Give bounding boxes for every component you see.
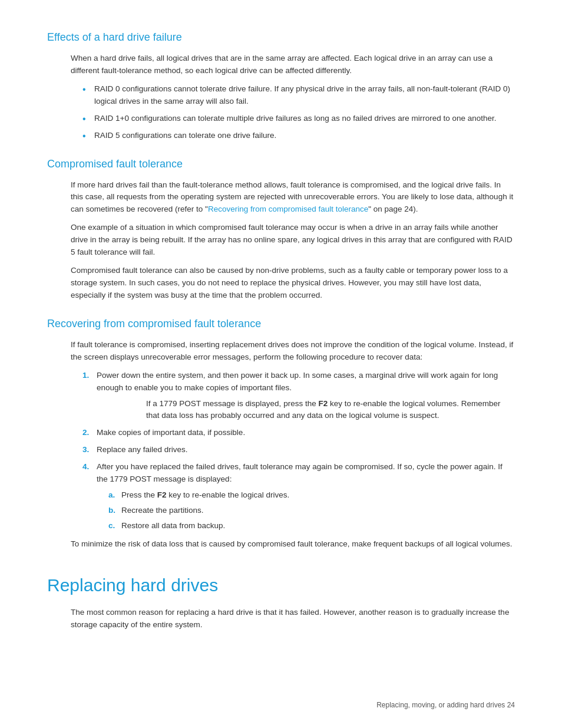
footer-text: Replacing, moving, or adding hard drives… — [376, 701, 515, 709]
compromised-heading: Compromised fault tolerance — [47, 156, 515, 172]
replacing-heading: Replacing hard drives — [47, 572, 515, 598]
page: Effects of a hard drive failure When a h… — [0, 0, 562, 728]
step4a-bold: F2 — [157, 490, 167, 499]
step1-text: Power down the entire system, and then p… — [97, 371, 498, 392]
step1-sub: If a 1779 POST message is displayed, pre… — [146, 398, 515, 423]
compromised-para2: One example of a situation in which comp… — [71, 222, 515, 259]
recovering-step-4: After you have replaced the failed drive… — [82, 461, 515, 532]
step4-text: After you have replaced the failed drive… — [97, 462, 503, 483]
recovering-conclusion: To minimize the risk of data loss that i… — [71, 538, 515, 551]
recovering-heading: Recovering from compromised fault tolera… — [47, 316, 515, 332]
compromised-para1-after: " on page 24). — [368, 205, 418, 213]
compromised-para3: Compromised fault tolerance can also be … — [71, 265, 515, 302]
replacing-intro: The most common reason for replacing a h… — [71, 607, 515, 631]
recovering-step-3: Replace any failed drives. — [82, 444, 515, 456]
effects-bullet-2: RAID 1+0 configurations can tolerate mul… — [82, 113, 515, 125]
step4c: Restore all data from backup. — [108, 520, 515, 532]
step4a-after: key to re-enable the logical drives. — [167, 490, 290, 499]
step1-sub-bold: F2 — [318, 399, 328, 408]
recovering-step-2: Make copies of important data, if possib… — [82, 427, 515, 439]
effects-bullet-list: RAID 0 configurations cannot tolerate dr… — [82, 83, 515, 142]
compromised-para1: If more hard drives fail than the fault-… — [71, 179, 515, 216]
recovering-step-1: Power down the entire system, and then p… — [82, 370, 515, 423]
effects-heading: Effects of a hard drive failure — [47, 29, 515, 45]
recovering-steps-list: Power down the entire system, and then p… — [82, 370, 515, 532]
step4a-before: Press the — [121, 490, 157, 499]
compromised-fault-tolerance-link[interactable]: Recovering from compromised fault tolera… — [208, 205, 368, 213]
effects-intro: When a hard drive fails, all logical dri… — [71, 52, 515, 77]
step4a: Press the F2 key to re-enable the logica… — [108, 489, 515, 502]
recovering-intro: If fault tolerance is compromised, inser… — [71, 339, 515, 364]
effects-bullet-1: RAID 0 configurations cannot tolerate dr… — [82, 83, 515, 108]
footer: Replacing, moving, or adding hard drives… — [376, 700, 515, 710]
effects-bullet-3: RAID 5 configurations can tolerate one d… — [82, 130, 515, 142]
step1-sub-before: If a 1779 POST message is displayed, pre… — [146, 399, 318, 408]
step4b: Recreate the partitions. — [108, 505, 515, 517]
step4-sub-list: Press the F2 key to re-enable the logica… — [108, 489, 515, 532]
